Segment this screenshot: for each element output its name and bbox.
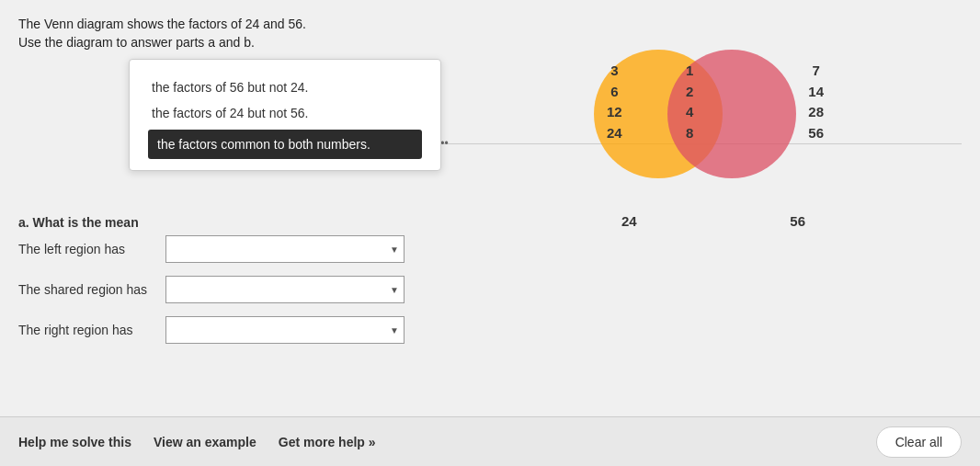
venn-label-left: 24 xyxy=(621,213,637,229)
right-num-1: 7 xyxy=(812,63,819,78)
right-num-2: 14 xyxy=(808,84,824,99)
question-area: a. What is the mean The left region has … xyxy=(18,215,460,344)
center-num-2: 2 xyxy=(686,84,693,99)
label-left-region: The left region has xyxy=(18,242,165,256)
venn-right-numbers: 7 14 28 56 xyxy=(808,61,824,143)
dropdown-item-2[interactable]: the factors of 24 but not 56. xyxy=(148,100,422,126)
view-example-link[interactable]: View an example xyxy=(154,435,256,449)
right-num-4: 56 xyxy=(808,125,824,141)
select-shared-region[interactable] xyxy=(165,276,405,303)
main-container: The Venn diagram shows the factors of 24… xyxy=(0,0,980,466)
question-row-shared: The shared region has ▼ xyxy=(18,276,460,303)
get-more-help-link[interactable]: Get more help » xyxy=(279,435,376,449)
label-right-region: The right region has xyxy=(18,323,165,337)
bottom-bar: Help me solve this View an example Get m… xyxy=(0,416,980,466)
left-num-1: 3 xyxy=(610,63,618,78)
instruction-line2: Use the diagram to answer parts a and b. xyxy=(18,35,962,50)
venn-area: 3 6 12 24 1 2 4 8 7 14 28 xyxy=(594,50,888,229)
label-shared-region: The shared region has xyxy=(18,282,165,297)
help-links: Help me solve this View an example Get m… xyxy=(18,435,376,449)
question-row-left: The left region has ▼ xyxy=(18,235,460,263)
venn-left-numbers: 3 6 12 24 xyxy=(607,61,622,143)
center-num-3: 4 xyxy=(686,104,693,119)
venn-numbers: 3 6 12 24 1 2 4 8 7 14 28 xyxy=(594,50,833,178)
dropdown-item-selected[interactable]: the factors common to both numbers. xyxy=(148,130,422,159)
left-panel: the factors of 56 but not 24. the factor… xyxy=(18,59,460,357)
select-wrapper-left: ▼ xyxy=(165,235,405,263)
left-num-3: 12 xyxy=(607,104,622,119)
select-wrapper-right: ▼ xyxy=(165,316,405,344)
select-left-region[interactable] xyxy=(165,235,405,263)
right-num-3: 28 xyxy=(808,104,824,119)
venn-labels: 24 56 xyxy=(594,213,833,229)
venn-diagram: 3 6 12 24 1 2 4 8 7 14 28 xyxy=(594,50,833,206)
left-num-4: 24 xyxy=(607,125,622,141)
dropdown-item-1[interactable]: the factors of 56 but not 24. xyxy=(148,74,422,100)
clear-all-button[interactable]: Clear all xyxy=(876,426,962,458)
content-area: the factors of 56 but not 24. the factor… xyxy=(18,59,962,357)
center-num-1: 1 xyxy=(686,63,693,78)
select-right-region[interactable] xyxy=(165,316,405,344)
left-num-2: 6 xyxy=(610,84,618,99)
dropdown-menu: the factors of 56 but not 24. the factor… xyxy=(129,59,441,171)
help-me-solve-link[interactable]: Help me solve this xyxy=(18,435,131,449)
question-row-right: The right region has ▼ xyxy=(18,316,460,344)
venn-center-numbers: 1 2 4 8 xyxy=(686,61,693,143)
part-a-label: a. What is the mean xyxy=(18,215,460,230)
instruction-line1: The Venn diagram shows the factors of 24… xyxy=(18,17,962,31)
select-wrapper-shared: ▼ xyxy=(165,276,405,303)
part-a-text: a. What is the mean xyxy=(18,215,139,230)
venn-label-right: 56 xyxy=(790,213,805,229)
center-num-4: 8 xyxy=(686,125,693,141)
